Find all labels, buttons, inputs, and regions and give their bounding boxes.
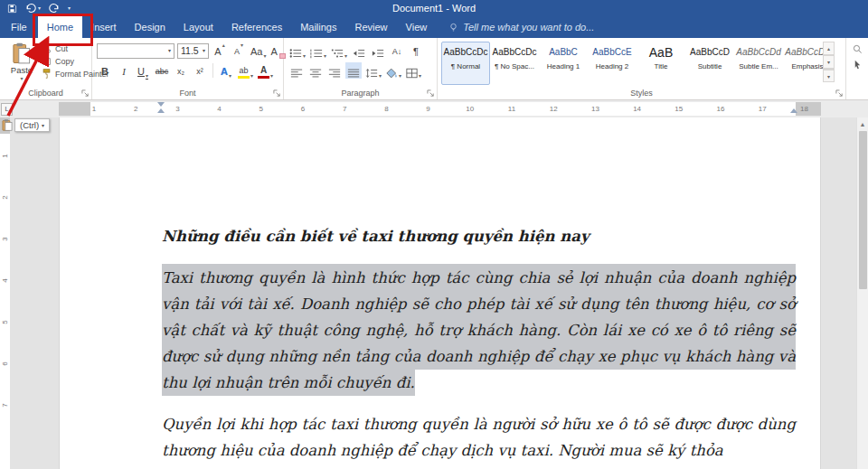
strikethrough-button[interactable]: abc [154,62,170,79]
ruler-number-17: 17 [759,105,767,113]
tab-references[interactable]: References [222,16,291,38]
multilevel-caret-icon: ▾ [344,53,347,59]
tab-selector[interactable]: L [1,103,13,116]
find-icon [853,44,863,54]
font-name-combobox[interactable]: ▾ [97,43,175,59]
italic-button[interactable]: I [116,62,132,79]
tab-design[interactable]: Design [126,16,175,38]
font-size-combobox[interactable]: 11.5 ▾ [177,43,209,59]
hanging-indent-marker[interactable] [157,108,165,113]
show-paragraph-marks-button[interactable]: ¶ [408,42,424,59]
v-ruler-number-5: 5 [1,317,9,327]
highlight-glyph: ab [239,66,248,75]
justify-button[interactable] [345,62,362,79]
scrollbar-thumb[interactable] [859,131,867,289]
ruler-row: L 123456789101112131415161718 [0,100,868,117]
shrink-font-glyph: A [234,44,240,59]
sort-button[interactable]: A↓ [389,42,405,59]
tell-me-box[interactable]: Tell me what you want to do... [448,16,594,38]
line-spacing-caret-icon: ▾ [379,73,382,79]
cut-icon [42,43,52,53]
align-left-icon [290,68,303,79]
font-dialog-launcher[interactable] [273,89,281,98]
scrollbar-up-icon[interactable]: ▲ [857,117,868,130]
first-line-indent-marker[interactable] [157,102,165,107]
shading-button[interactable]: ▾ [385,62,402,79]
style-item-no-spac[interactable]: AaBbCcDc¶ No Spac... [490,42,539,85]
format-painter-icon [42,69,52,79]
tab-insert[interactable]: Insert [82,16,126,38]
document-paragraph-2[interactable]: Quyền lợi khi hợp tác taxi thương quyền … [162,411,796,464]
styles-more-button[interactable]: ▾ [823,69,835,82]
paste-options-icon[interactable] [2,119,13,131]
v-ruler-number-4: 4 [1,276,9,286]
bold-button[interactable]: B [97,62,113,79]
ruler-number-10: 10 [466,105,474,113]
subscript-button[interactable]: x₂ [173,62,189,79]
style-item-subtitle[interactable]: AaBbCcDSubtitle [685,42,734,85]
style-item-heading-1[interactable]: AaBbCHeading 1 [539,42,588,85]
align-right-button[interactable] [326,62,343,79]
styles-scroll-up-button[interactable]: ▴ [823,42,835,55]
h-ruler[interactable]: 123456789101112131415161718 [59,102,821,116]
grow-font-button[interactable]: A▴ [212,42,228,59]
style-item-subtle-em[interactable]: AaBbCcDdSubtle Em... [734,42,783,85]
clipboard-group-label: Clipboard [0,89,91,98]
align-center-button[interactable] [307,62,324,79]
ctrl-paste-options-button[interactable]: (Ctrl) ▾ [14,118,50,132]
right-indent-marker[interactable] [790,108,797,113]
tab-view[interactable]: View [397,16,437,38]
decrease-indent-button[interactable] [351,42,367,59]
borders-button[interactable]: ▾ [405,62,422,79]
highlight-button[interactable]: ab ▾ [237,62,254,79]
line-spacing-button[interactable]: ▾ [364,62,382,79]
style-item-heading-2[interactable]: AaBbCcEHeading 2 [588,42,637,85]
selected-text[interactable]: Taxi thương quyền là hình thức hợp tác c… [162,264,796,396]
style-name: ¶ No Spac... [495,62,534,70]
grow-font-glyph: A [214,44,221,59]
tab-mailings[interactable]: Mailings [291,16,345,38]
paste-caret-icon: ▾ [20,76,23,81]
multilevel-list-button[interactable]: ▾ [330,42,348,59]
tab-review[interactable]: Review [346,16,397,38]
style-preview: AaB [649,42,673,62]
ruler-number-4: 4 [217,105,221,113]
font-color-button[interactable]: A ▾ [257,62,274,79]
styles-scroll-down-button[interactable]: ▾ [823,55,835,69]
increase-indent-button[interactable] [370,42,386,59]
change-case-button[interactable]: Aa▾ [250,42,267,59]
select-button[interactable] [853,60,863,70]
increase-indent-icon [372,48,384,59]
highlight-color-bar [238,76,250,79]
v-ruler[interactable]: 1234567 [0,117,10,469]
align-right-icon [328,68,341,79]
align-left-button[interactable] [288,62,305,79]
tab-layout[interactable]: Layout [175,16,222,38]
document-page[interactable]: Những điều cần biết về taxi thương quyền… [59,117,821,469]
clipboard-dialog-launcher[interactable] [81,89,90,98]
style-item-title[interactable]: AaBTitle [637,42,685,85]
style-name: Title [655,62,668,70]
document-paragraph-selected[interactable]: Taxi thương quyền là hình thức hợp tác c… [162,265,796,396]
bullets-button[interactable]: ▾ [288,42,307,59]
document-heading[interactable]: Những điều cần biết về taxi thương quyền… [162,228,796,245]
tab-home[interactable]: Home [38,16,82,38]
align-center-icon [309,68,322,79]
tab-file[interactable]: File [0,16,38,38]
find-button[interactable] [853,44,863,54]
styles-dialog-launcher[interactable] [835,89,844,98]
paste-button[interactable]: Paste ▾ [5,42,38,81]
numbering-button[interactable]: ▾ [309,42,327,59]
document-area: 1234567 (Ctrl) ▾ Những điều cần biết về … [0,117,868,469]
paragraph-dialog-launcher[interactable] [427,89,435,98]
underline-button[interactable]: U▾ [135,62,151,79]
superscript-button[interactable]: x² [192,62,208,79]
change-case-glyph: Aa [250,44,262,59]
shrink-font-arrow-icon: ▾ [241,42,243,48]
style-item-normal[interactable]: AaBbCcDc¶ Normal [441,42,490,85]
shrink-font-button[interactable]: A▾ [231,42,247,59]
text-effects-button[interactable]: A▾ [218,62,234,79]
vertical-scrollbar[interactable]: ▲ [856,117,868,469]
paste-options-popup: (Ctrl) ▾ [2,118,50,132]
borders-icon [406,68,418,79]
